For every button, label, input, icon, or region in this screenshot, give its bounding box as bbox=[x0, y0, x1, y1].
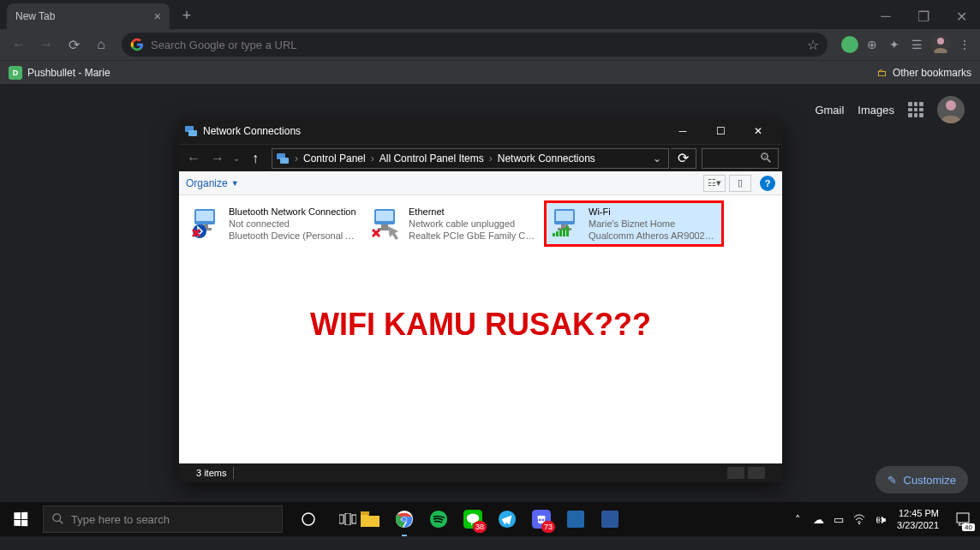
profile-avatar[interactable] bbox=[930, 34, 951, 55]
svg-line-25 bbox=[60, 521, 63, 524]
refresh-button[interactable]: ⟳ bbox=[671, 148, 696, 169]
omnibox[interactable]: ☆ bbox=[122, 33, 828, 57]
status-view-buttons bbox=[727, 467, 765, 479]
svg-point-1 bbox=[946, 100, 956, 111]
explorer-close[interactable]: ✕ bbox=[739, 119, 777, 143]
maximize-button[interactable]: ❐ bbox=[905, 3, 942, 29]
app-discord[interactable]: 73 bbox=[524, 502, 559, 536]
start-button[interactable] bbox=[0, 502, 41, 536]
svg-rect-19 bbox=[553, 233, 555, 236]
net-name: Ethernet bbox=[409, 206, 539, 218]
address-bar[interactable] bbox=[151, 39, 800, 51]
taskbar-clock[interactable]: 12:45 PM 3/23/2021 bbox=[890, 507, 946, 531]
network-item-bluetooth[interactable]: Bluetooth Network Connection Not connect… bbox=[186, 202, 362, 245]
net-name: Wi-Fi bbox=[589, 206, 719, 218]
newtab-top-links: Gmail Images bbox=[815, 96, 965, 123]
app-generic-2[interactable] bbox=[593, 502, 627, 536]
nav-up[interactable]: ↑ bbox=[244, 147, 266, 170]
extension-icon-1[interactable] bbox=[841, 36, 858, 53]
ethernet-adapter-icon bbox=[369, 206, 403, 240]
crumb-2[interactable]: Network Connections bbox=[494, 152, 599, 164]
app-chrome[interactable] bbox=[387, 502, 421, 536]
chrome-menu-button[interactable]: ⋮ bbox=[956, 36, 973, 53]
svg-rect-27 bbox=[339, 515, 344, 523]
bookmark-bar: D Pushbullet - Marie 🗀 Other bookmarks bbox=[0, 60, 980, 84]
breadcrumb-bar[interactable]: › Control Panel › All Control Panel Item… bbox=[272, 148, 669, 169]
svg-rect-28 bbox=[345, 513, 350, 525]
bookmark-label: Pushbullet - Marie bbox=[27, 67, 111, 79]
svg-rect-20 bbox=[556, 231, 559, 236]
forward-button[interactable]: → bbox=[34, 33, 58, 57]
tray-wifi-icon[interactable] bbox=[849, 502, 869, 536]
bookmark-star-icon[interactable]: ☆ bbox=[807, 37, 819, 53]
app-generic-1[interactable] bbox=[559, 502, 593, 536]
organize-menu[interactable]: Organize ▼ bbox=[186, 177, 239, 189]
other-bookmarks-button[interactable]: 🗀 Other bookmarks bbox=[877, 67, 971, 79]
customize-chrome-button[interactable]: ✎ Customize bbox=[875, 466, 968, 493]
large-icons-view-button[interactable] bbox=[748, 467, 765, 479]
reading-list-icon[interactable]: ☰ bbox=[908, 36, 925, 53]
taskbar-apps: 38 73 bbox=[353, 502, 627, 536]
account-avatar[interactable] bbox=[937, 96, 965, 123]
explorer-minimize[interactable]: ─ bbox=[664, 119, 702, 143]
crumb-0[interactable]: Control Panel bbox=[300, 152, 369, 164]
browser-tab[interactable]: New Tab × bbox=[7, 3, 170, 29]
app-spotify[interactable] bbox=[421, 502, 456, 536]
explorer-titlebar[interactable]: Network Connections ─ ☐ ✕ bbox=[179, 118, 782, 144]
explorer-search[interactable]: 🔍︎ bbox=[702, 148, 779, 169]
home-button[interactable]: ⌂ bbox=[89, 33, 113, 57]
chrome-content-area: Gmail Images Network Connections ─ ☐ ✕ ←… bbox=[0, 84, 980, 502]
svg-rect-16 bbox=[556, 211, 573, 221]
svg-rect-45 bbox=[957, 513, 969, 523]
explorer-body[interactable]: Bluetooth Network Connection Not connect… bbox=[179, 195, 782, 463]
svg-rect-12 bbox=[376, 211, 393, 221]
minimize-button[interactable]: ─ bbox=[867, 3, 905, 29]
google-apps-icon[interactable] bbox=[908, 102, 923, 117]
action-center-button[interactable]: 40 bbox=[946, 502, 980, 536]
tray-battery-icon[interactable]: ▭ bbox=[828, 502, 849, 536]
extensions-button[interactable]: ✦ bbox=[886, 36, 903, 53]
close-tab-icon[interactable]: × bbox=[154, 9, 161, 23]
gmail-link[interactable]: Gmail bbox=[815, 104, 844, 117]
crumb-1[interactable]: All Control Panel Items bbox=[376, 152, 487, 164]
nav-forward[interactable]: → bbox=[206, 147, 229, 170]
nav-recent-dropdown[interactable]: ⌄ bbox=[230, 147, 242, 170]
taskbar-search[interactable]: Type here to search bbox=[43, 505, 283, 533]
bookmark-pushbullet[interactable]: D Pushbullet - Marie bbox=[9, 66, 111, 80]
svg-point-35 bbox=[430, 511, 447, 528]
explorer-maximize[interactable]: ☐ bbox=[702, 119, 739, 143]
app-file-explorer[interactable] bbox=[353, 502, 387, 536]
explorer-nav-bar: ← → ⌄ ↑ › Control Panel › All Control Pa… bbox=[179, 144, 782, 171]
tray-onedrive-icon[interactable]: ☁ bbox=[808, 502, 828, 536]
svg-rect-22 bbox=[563, 228, 565, 236]
wifi-adapter-icon bbox=[549, 206, 583, 240]
extension-icon-2[interactable]: ⊕ bbox=[863, 36, 881, 53]
bluetooth-adapter-icon bbox=[189, 206, 224, 240]
view-mode-button[interactable]: ☷▾ bbox=[703, 175, 726, 192]
windows-logo-icon bbox=[14, 512, 27, 527]
tray-chevron-up-icon[interactable]: ˄ bbox=[787, 502, 808, 536]
nav-back[interactable]: ← bbox=[182, 147, 205, 170]
svg-point-44 bbox=[858, 523, 860, 524]
network-items: Bluetooth Network Connection Not connect… bbox=[179, 195, 782, 252]
extension-icons: ⊕ ✦ ☰ ⋮ bbox=[841, 34, 973, 55]
network-icon bbox=[184, 124, 198, 138]
app-telegram[interactable] bbox=[490, 502, 524, 536]
breadcrumb-dropdown[interactable]: ⌄ bbox=[649, 152, 665, 164]
app-line[interactable]: 38 bbox=[456, 502, 490, 536]
back-button[interactable]: ← bbox=[7, 33, 31, 57]
tray-volume-icon[interactable]: 🕪 bbox=[869, 502, 890, 536]
reload-button[interactable]: ⟳ bbox=[62, 33, 86, 57]
window-title: Network Connections bbox=[203, 125, 301, 137]
new-tab-button[interactable]: + bbox=[175, 3, 199, 27]
help-button[interactable]: ? bbox=[760, 176, 775, 191]
network-item-wifi[interactable]: Wi-Fi Marie's Biznet Home Qualcomm Ather… bbox=[546, 202, 722, 245]
preview-pane-button[interactable]: ▯ bbox=[729, 175, 751, 192]
view-buttons: ☷▾ ▯ ? bbox=[703, 175, 775, 192]
network-item-ethernet[interactable]: Ethernet Network cable unplugged Realtek… bbox=[366, 202, 542, 245]
net-status: Network cable unplugged bbox=[409, 218, 539, 230]
close-window-button[interactable]: ✕ bbox=[942, 3, 980, 29]
images-link[interactable]: Images bbox=[858, 104, 894, 117]
cortana-button[interactable] bbox=[290, 502, 327, 536]
details-view-button[interactable] bbox=[727, 467, 744, 479]
